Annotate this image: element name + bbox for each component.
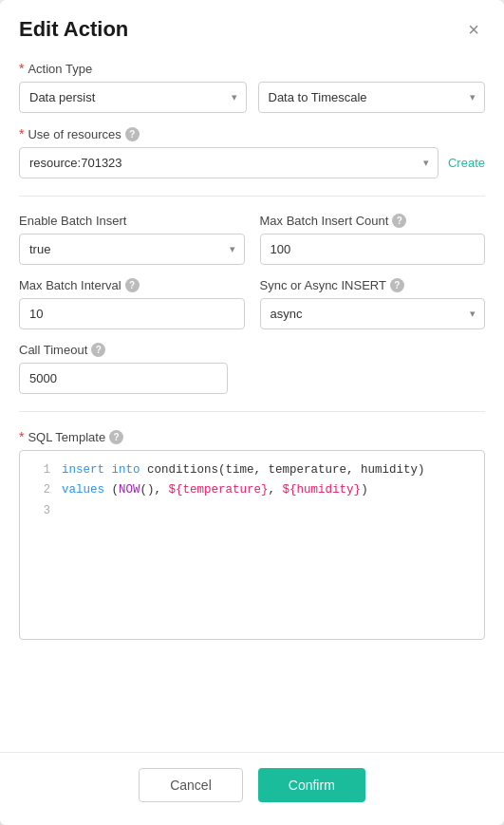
- use-of-resources-field: * Use of resources ? resource:701323 ▾ C…: [19, 126, 485, 178]
- section-divider: [19, 196, 485, 197]
- enable-batch-insert-select[interactable]: true: [19, 234, 245, 265]
- sync-async-insert-field: Sync or Async INSERT ? async ▾: [260, 278, 486, 329]
- max-batch-insert-count-field: Max Batch Insert Count ?: [260, 214, 486, 265]
- code-content-2: values (NOW(), ${temperature}, ${humidit…: [62, 480, 368, 500]
- sync-async-select-wrapper: async ▾: [260, 298, 486, 329]
- help-icon-max-batch[interactable]: ?: [392, 214, 406, 228]
- action-type-field: * Action Type Data persist ▾ Data to Tim…: [19, 61, 485, 113]
- help-icon-resources[interactable]: ?: [125, 127, 140, 141]
- call-timeout-field: Call Timeout ?: [19, 343, 485, 394]
- edit-action-modal: Edit Action × * Action Type Data persist…: [0, 0, 504, 825]
- sql-template-label: * SQL Template ?: [19, 429, 485, 444]
- action-type-select2-wrapper: Data to Timescale ▾: [258, 82, 486, 113]
- sync-async-select[interactable]: async: [260, 298, 486, 329]
- required-star2: *: [19, 126, 24, 141]
- section-divider2: [19, 411, 485, 412]
- action-type-label: * Action Type: [19, 61, 485, 76]
- sql-template-field: * SQL Template ? 1 insert into condition…: [19, 429, 485, 640]
- line-number-3: 3: [28, 501, 50, 520]
- help-icon-interval[interactable]: ?: [125, 278, 140, 292]
- enable-batch-insert-select-wrapper: true ▾: [19, 234, 245, 265]
- create-link[interactable]: Create: [448, 156, 485, 170]
- resource-select[interactable]: resource:701323: [19, 147, 439, 178]
- close-button[interactable]: ×: [462, 18, 485, 41]
- modal-header: Edit Action ×: [0, 0, 504, 51]
- sync-async-insert-label: Sync or Async INSERT ?: [260, 278, 486, 292]
- modal-body: * Action Type Data persist ▾ Data to Tim…: [0, 51, 504, 752]
- max-batch-interval-label: Max Batch Interval ?: [19, 278, 245, 292]
- required-star3: *: [19, 429, 24, 444]
- modal-footer: Cancel Confirm: [0, 752, 504, 825]
- help-icon-sync[interactable]: ?: [390, 278, 404, 292]
- line-number-2: 2: [28, 480, 50, 499]
- action-type-select1-wrapper: Data persist ▾: [19, 82, 247, 113]
- code-line-2: 2 values (NOW(), ${temperature}, ${humid…: [28, 480, 476, 500]
- modal-title: Edit Action: [19, 17, 128, 42]
- batch-row1: Enable Batch Insert true ▾ Max Batch Ins…: [19, 214, 485, 278]
- line-number-1: 1: [28, 460, 50, 479]
- code-line-1: 1 insert into conditions(time, temperatu…: [28, 460, 476, 480]
- confirm-button[interactable]: Confirm: [258, 768, 365, 802]
- action-type-row: Data persist ▾ Data to Timescale ▾: [19, 82, 485, 113]
- call-timeout-input[interactable]: [19, 363, 228, 394]
- action-type-select2[interactable]: Data to Timescale: [258, 82, 486, 113]
- cancel-button[interactable]: Cancel: [139, 768, 243, 802]
- action-type-select1[interactable]: Data persist: [19, 82, 247, 113]
- max-batch-interval-field: Max Batch Interval ?: [19, 278, 245, 329]
- call-timeout-label: Call Timeout ?: [19, 343, 485, 357]
- resource-row: resource:701323 ▾ Create: [19, 147, 485, 178]
- resource-select-wrapper: resource:701323 ▾: [19, 147, 439, 178]
- required-star: *: [19, 61, 24, 76]
- code-content-1: insert into conditions(time, temperature…: [62, 460, 425, 480]
- max-batch-insert-count-label: Max Batch Insert Count ?: [260, 214, 486, 228]
- max-batch-insert-count-input[interactable]: [260, 234, 486, 265]
- enable-batch-insert-field: Enable Batch Insert true ▾: [19, 214, 245, 265]
- enable-batch-insert-label: Enable Batch Insert: [19, 214, 245, 228]
- help-icon-sql[interactable]: ?: [109, 430, 123, 444]
- code-line-3: 3: [28, 501, 476, 520]
- sql-template-editor[interactable]: 1 insert into conditions(time, temperatu…: [19, 450, 485, 640]
- batch-row2: Max Batch Interval ? Sync or Async INSER…: [19, 278, 485, 343]
- help-icon-timeout[interactable]: ?: [91, 343, 105, 357]
- use-of-resources-label: * Use of resources ?: [19, 126, 485, 141]
- max-batch-interval-input[interactable]: [19, 298, 245, 329]
